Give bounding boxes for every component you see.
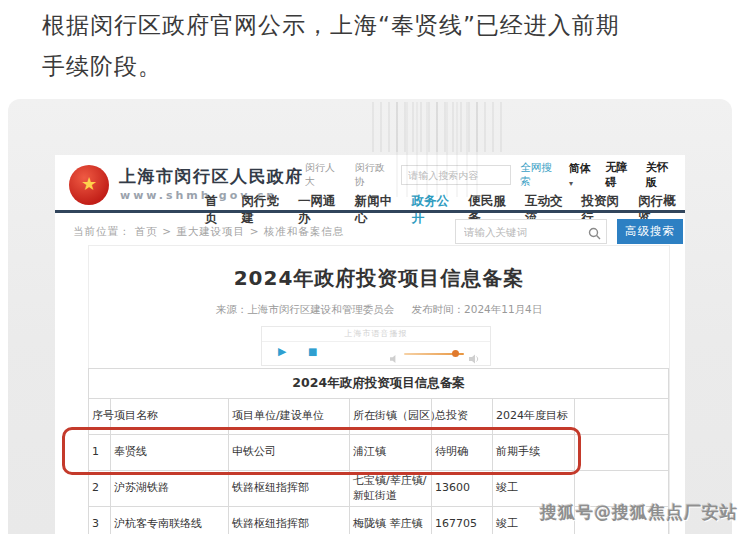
header-search-input[interactable] bbox=[401, 165, 511, 185]
table-header-cell: 2024年度目标 bbox=[493, 399, 575, 435]
table-cell: 七宝镇/莘庄镇/新虹街道 bbox=[350, 471, 432, 507]
star-icon: ★ bbox=[81, 175, 97, 193]
volume-slider[interactable] bbox=[404, 353, 464, 355]
nav-item-2[interactable]: 一网通办 bbox=[298, 193, 339, 211]
article-box: 2024年政府投资项目信息备案 来源：上海市闵行区建设和管理委员会 发布时间：2… bbox=[88, 245, 670, 534]
table-header-cell: 项目名称 bbox=[111, 399, 229, 435]
audio-player: 上海市语音播报 ▶ ■ bbox=[261, 326, 491, 366]
table-cell: 3 bbox=[89, 507, 111, 534]
table-header-cell: 项目单位/建设单位 bbox=[229, 399, 350, 435]
language-label: 简体 bbox=[569, 162, 591, 175]
topbar: 闵行人大闵行政协 全网搜索 简体 ▾ 无障碍 关怀版 bbox=[305, 164, 677, 186]
table-cell: 前期手续 bbox=[493, 435, 575, 471]
table-cell: 2 bbox=[89, 471, 111, 507]
breadcrumb: 当前位置： 首页 > 重大建设项目 > 核准和备案信息 bbox=[73, 225, 344, 239]
audio-player-controls: ▶ ■ bbox=[262, 342, 490, 366]
article-meta: 来源：上海市闵行区建设和管理委员会 发布时间：2024年11月4日 bbox=[89, 303, 669, 317]
table-cell bbox=[575, 435, 669, 471]
main-nav: 首页闵行党建一网通办新闻中心政务公开便民服务互动交流投资闵行闵行概览 bbox=[205, 193, 679, 211]
table-cell: 13600 bbox=[432, 471, 493, 507]
search-icon[interactable] bbox=[588, 225, 601, 244]
article-intro-text: 根据闵行区政府官网公示，上海“奉贤线”已经进入前期 手续阶段。 bbox=[42, 5, 620, 87]
article-publish-date: 发布时间：2024年11月4日 bbox=[412, 303, 543, 315]
nav-item-7[interactable]: 投资闵行 bbox=[582, 193, 623, 211]
topbar-links: 闵行人大闵行政协 bbox=[305, 161, 392, 189]
nav-item-4[interactable]: 政务公开 bbox=[411, 193, 452, 211]
nav-item-8[interactable]: 闵行概览 bbox=[638, 193, 679, 211]
table-cell: 申铁公司 bbox=[229, 435, 350, 471]
header-search-button[interactable]: 全网搜索 bbox=[520, 161, 560, 189]
sohu-watermark: 搜狐号@搜狐焦点厂安站 bbox=[540, 501, 738, 524]
volume-high-icon bbox=[469, 349, 480, 368]
nav-divider bbox=[55, 210, 685, 213]
topbar-link-1[interactable]: 闵行政协 bbox=[355, 161, 393, 189]
table-cell: 1 bbox=[89, 435, 111, 471]
table-header-cell: 所在街镇（园区） bbox=[350, 399, 432, 435]
nav-item-3[interactable]: 新闻中心 bbox=[355, 193, 396, 211]
table-caption: 2024年政府投资项目信息备案 bbox=[89, 369, 669, 399]
table-cell: 铁路枢纽指挥部 bbox=[229, 471, 350, 507]
table-row-highlighted: 1奉贤线申铁公司浦江镇待明确前期手续 bbox=[89, 435, 669, 471]
topbar-link-0[interactable]: 闵行人大 bbox=[305, 161, 343, 189]
table-cell: 奉贤线 bbox=[111, 435, 229, 471]
accessibility-link[interactable]: 无障碍 bbox=[605, 160, 636, 190]
table-cell: 待明确 bbox=[432, 435, 493, 471]
table-header-cell: 序号 bbox=[89, 399, 111, 435]
advanced-search-button[interactable]: 高级搜索 bbox=[617, 219, 683, 244]
table-header-row: 序号项目名称项目单位/建设单位所在街镇（园区）总投资2024年度目标 bbox=[89, 399, 669, 435]
table-cell: 铁路枢纽指挥部 bbox=[229, 507, 350, 534]
table-cell: 167705 bbox=[432, 507, 493, 534]
article-title: 2024年政府投资项目信息备案 bbox=[89, 265, 669, 292]
language-selector[interactable]: 简体 ▾ bbox=[569, 161, 596, 189]
page: 根据闵行区政府官网公示，上海“奉贤线”已经进入前期 手续阶段。 ★ 上海市闵行区… bbox=[0, 0, 740, 534]
play-button-icon[interactable]: ▶ bbox=[278, 346, 286, 357]
intro-line-1: 根据闵行区政府官网公示，上海“奉贤线”已经进入前期 bbox=[42, 5, 620, 46]
table-cell: 沪苏湖铁路 bbox=[111, 471, 229, 507]
volume-low-icon bbox=[390, 349, 399, 368]
table-cell: 梅陇镇 莘庄镇 bbox=[350, 507, 432, 534]
gov-site-card: ★ 上海市闵行区人民政府 www.shmh.gov.cn 闵行人大闵行政协 全网… bbox=[55, 155, 685, 534]
volume-slider-handle[interactable] bbox=[452, 350, 459, 357]
table-header-cell: 总投资 bbox=[432, 399, 493, 435]
national-emblem-logo[interactable]: ★ bbox=[69, 165, 109, 205]
stop-button-icon[interactable]: ■ bbox=[308, 347, 317, 357]
site-title[interactable]: 上海市闵行区人民政府 bbox=[119, 165, 304, 188]
care-mode-link[interactable]: 关怀版 bbox=[646, 160, 677, 190]
article-source: 来源：上海市闵行区建设和管理委员会 bbox=[216, 303, 395, 315]
audio-player-label: 上海市语音播报 bbox=[262, 327, 490, 342]
table-cell: 浦江镇 bbox=[350, 435, 432, 471]
nav-item-0[interactable]: 首页 bbox=[205, 193, 225, 211]
breadcrumb-label: 当前位置： bbox=[73, 225, 131, 237]
nav-item-1[interactable]: 闵行党建 bbox=[241, 193, 282, 211]
nav-item-5[interactable]: 便民服务 bbox=[468, 193, 509, 211]
website-screenshot-panel: ★ 上海市闵行区人民政府 www.shmh.gov.cn 闵行人大闵行政协 全网… bbox=[8, 99, 732, 534]
breadcrumb-path[interactable]: 首页 > 重大建设项目 > 核准和备案信息 bbox=[135, 225, 344, 237]
table-header-cell bbox=[575, 399, 669, 435]
table-cell: 沪杭客专南联络线 bbox=[111, 507, 229, 534]
intro-line-2: 手续阶段。 bbox=[42, 46, 620, 87]
table-caption-row: 2024年政府投资项目信息备案 bbox=[89, 369, 669, 399]
nav-item-6[interactable]: 互动交流 bbox=[525, 193, 566, 211]
chevron-down-icon: ▾ bbox=[569, 179, 573, 188]
keyword-search-input[interactable] bbox=[455, 219, 607, 244]
